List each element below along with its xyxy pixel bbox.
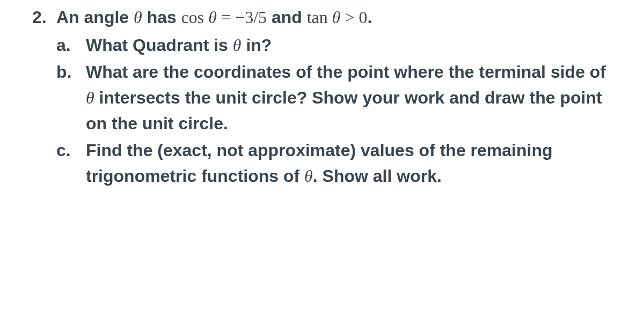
cos-expression: cos θ = −3/5 xyxy=(181,8,267,27)
part-letter: c. xyxy=(56,137,86,163)
problem-number: 2. xyxy=(27,4,56,30)
cos-label: cos xyxy=(181,8,204,27)
theta-symbol: θ xyxy=(86,88,94,107)
problem-main: 2. An angle θ has cos θ = −3/5 and tan θ… xyxy=(27,4,617,30)
tan-value: > 0 xyxy=(341,8,368,27)
theta-symbol: θ xyxy=(304,166,313,186)
part-a-q1: What Quadrant is xyxy=(86,35,233,55)
part-a-q2: in? xyxy=(241,35,272,55)
part-c-q2: . Show all work. xyxy=(313,166,442,186)
theta-symbol: θ xyxy=(134,8,142,27)
part-c: c. Find the (exact, not approximate) val… xyxy=(56,137,617,189)
part-letter: a. xyxy=(56,32,86,58)
part-b-q2: intersects the unit circle? Show your wo… xyxy=(86,88,602,133)
problem-statement: An angle θ has cos θ = −3/5 and tan θ > … xyxy=(56,4,617,30)
problem-container: 2. An angle θ has cos θ = −3/5 and tan θ… xyxy=(27,4,617,189)
part-a: a. What Quadrant is θ in? xyxy=(56,32,617,58)
intro-text-1: An angle xyxy=(56,8,134,27)
theta-symbol: θ xyxy=(208,8,217,27)
tan-expression: tan θ > 0 xyxy=(307,8,368,27)
part-letter: b. xyxy=(56,59,86,85)
part-c-text: Find the (exact, not approximate) values… xyxy=(86,137,617,189)
part-b: b. What are the coordinates of the point… xyxy=(56,59,617,136)
intro-text-2: has xyxy=(142,8,181,27)
cos-value: = −3/5 xyxy=(217,8,267,27)
part-b-text: What are the coordinates of the point wh… xyxy=(86,59,617,136)
theta-symbol: θ xyxy=(332,8,341,27)
intro-text-4: . xyxy=(368,8,372,27)
theta-symbol: θ xyxy=(233,35,241,55)
part-b-q1: What are the coordinates of the point wh… xyxy=(86,62,606,82)
tan-label: tan xyxy=(307,8,328,27)
intro-text-3: and xyxy=(267,8,307,27)
part-a-text: What Quadrant is θ in? xyxy=(86,32,617,58)
sub-parts-list: a. What Quadrant is θ in? b. What are th… xyxy=(56,32,617,189)
